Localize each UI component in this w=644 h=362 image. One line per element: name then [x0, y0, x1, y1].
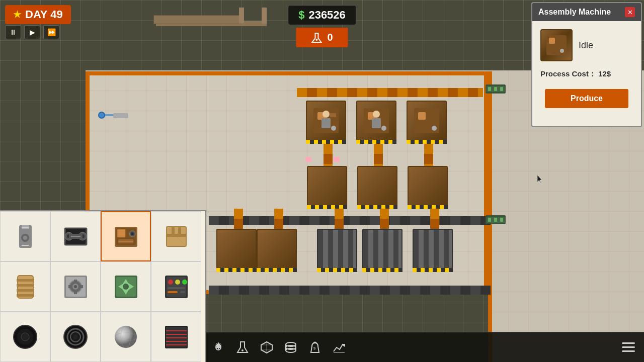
nav-icons: $ [211, 340, 346, 354]
process-cost-label: Process Cost： [540, 69, 596, 78]
svg-point-4 [23, 236, 27, 240]
play-button[interactable]: ▶ [24, 25, 40, 39]
toolbar-item-wrench[interactable] [0, 211, 50, 261]
nav-database[interactable] [284, 340, 298, 354]
svg-rect-41 [74, 280, 77, 283]
item-toolbar [0, 210, 206, 362]
assembly-panel-header: Assembly Machine ✕ [532, 3, 641, 21]
pause-button[interactable]: ⏸ [5, 25, 21, 39]
chart-icon [332, 340, 346, 354]
svg-point-21 [131, 232, 134, 235]
toolbar-item-ring-circle[interactable] [50, 312, 101, 362]
sphere-icon [111, 322, 141, 352]
star-icon: ★ [13, 9, 21, 20]
svg-point-51 [175, 280, 180, 285]
toolbar-item-storage[interactable] [151, 211, 201, 261]
toolbar-item-conveyor[interactable] [50, 211, 101, 261]
day-badge: ★ DAY 49 [5, 5, 71, 24]
svg-rect-44 [80, 285, 83, 288]
svg-point-74 [242, 349, 244, 351]
svg-point-63 [115, 326, 137, 348]
day-label: DAY 49 [25, 8, 63, 21]
striped-panel-icon [161, 322, 191, 352]
wrench-machine-icon [10, 221, 40, 251]
dollar-icon: $ [298, 9, 304, 22]
assembly-machine-preview: Idle [540, 29, 633, 61]
nav-settings[interactable] [211, 340, 225, 354]
toolbar-item-control-panel[interactable] [151, 261, 201, 312]
svg-point-58 [21, 333, 29, 341]
science-icon [311, 32, 322, 43]
svg-rect-18 [117, 229, 125, 237]
svg-rect-32 [17, 279, 34, 282]
hamburger-line-3 [622, 350, 635, 352]
conveyor-machine-icon [60, 221, 91, 251]
nav-cube[interactable] [260, 340, 274, 354]
gear-machine-icon [60, 272, 91, 302]
svg-rect-54 [168, 291, 178, 293]
toolbar-grid [0, 211, 205, 362]
svg-point-40 [74, 285, 77, 288]
svg-point-0 [315, 39, 317, 41]
svg-point-62 [73, 334, 78, 339]
toolbar-item-striped-panel[interactable] [151, 312, 201, 362]
svg-rect-42 [74, 291, 77, 294]
machine-icon [540, 29, 573, 61]
money-bag-icon: $ [308, 340, 322, 354]
science-display: 0 [296, 28, 348, 47]
cube-icon [260, 340, 274, 354]
svg-rect-43 [68, 285, 71, 288]
money-display: $ 236526 [288, 5, 356, 25]
recycle-machine-icon [111, 272, 141, 302]
storage-box-icon [161, 221, 191, 251]
svg-point-47 [123, 284, 129, 290]
speed-controls: ⏸ ▶ ⏩ [5, 25, 59, 39]
science-count: 0 [327, 32, 333, 43]
nav-money[interactable]: $ [308, 340, 322, 354]
ring-circle-icon [60, 322, 91, 352]
svg-rect-53 [168, 287, 185, 289]
fast-forward-button[interactable]: ⏩ [43, 25, 59, 39]
process-cost-value: 12$ [598, 69, 611, 78]
process-cost-row: Process Cost： 12$ [540, 69, 633, 79]
hamburger-line-1 [622, 342, 635, 344]
toolbar-item-barrel[interactable] [0, 261, 50, 312]
nav-chart[interactable] [332, 340, 346, 354]
svg-point-50 [168, 280, 173, 285]
beaker-icon [235, 340, 250, 354]
produce-button[interactable]: Produce [545, 89, 628, 108]
barrel-icon [10, 272, 40, 302]
assembly-panel-title: Assembly Machine [538, 8, 611, 17]
toolbar-item-recycle[interactable] [101, 261, 151, 312]
svg-rect-35 [17, 294, 34, 297]
svg-text:$: $ [313, 346, 316, 350]
svg-rect-28 [178, 227, 181, 234]
assembly-status: Idle [579, 40, 593, 51]
settings-icon [211, 340, 225, 354]
database-icon [284, 340, 298, 354]
money-amount: 236526 [308, 9, 345, 22]
hamburger-line-2 [622, 346, 635, 348]
toolbar-item-sphere[interactable] [101, 312, 151, 362]
svg-rect-27 [172, 227, 175, 234]
hamburger-menu-button[interactable] [618, 338, 639, 356]
toolbar-item-assembly[interactable] [101, 211, 151, 261]
svg-rect-67 [166, 327, 187, 347]
toolbar-item-gear-machine[interactable] [50, 261, 101, 312]
bottom-nav: $ [206, 332, 644, 362]
svg-point-52 [182, 280, 187, 285]
toolbar-item-dark-circle[interactable] [0, 312, 50, 362]
assembly-panel-close-button[interactable]: ✕ [625, 7, 635, 17]
svg-rect-34 [17, 289, 34, 292]
nav-factory[interactable] [235, 340, 250, 354]
svg-rect-33 [17, 284, 34, 287]
control-panel-icon [161, 272, 191, 302]
dark-circle-icon [10, 322, 40, 352]
assembly-panel: Assembly Machine ✕ Idle Process Cost： 12… [531, 2, 642, 127]
svg-rect-55 [180, 291, 185, 293]
assembly-machine-toolbar-icon [111, 221, 141, 251]
